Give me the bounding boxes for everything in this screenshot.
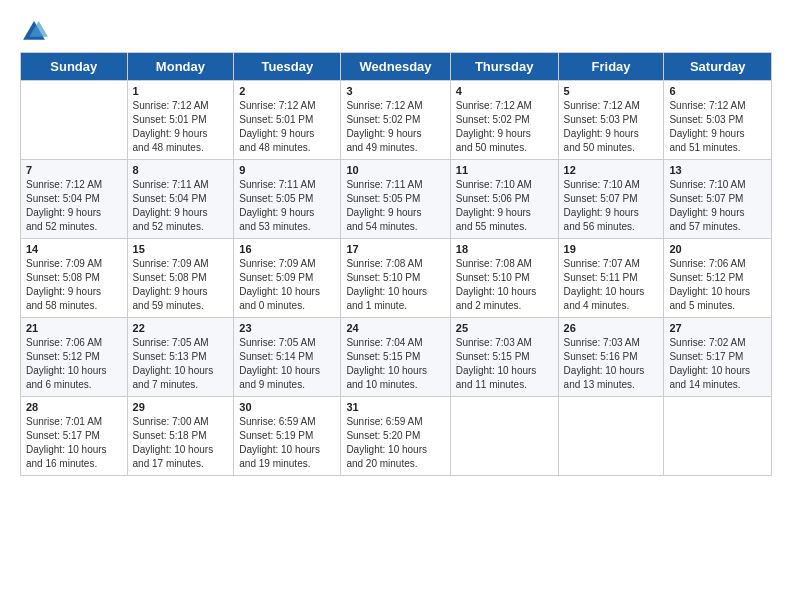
day-number: 17 — [346, 243, 444, 255]
day-info: Sunrise: 7:10 AM Sunset: 5:07 PM Dayligh… — [564, 178, 659, 234]
day-number: 5 — [564, 85, 659, 97]
weekday-header-cell: Tuesday — [234, 53, 341, 81]
calendar-week-row: 28Sunrise: 7:01 AM Sunset: 5:17 PM Dayli… — [21, 397, 772, 476]
calendar-day-cell: 26Sunrise: 7:03 AM Sunset: 5:16 PM Dayli… — [558, 318, 664, 397]
calendar-body: 1Sunrise: 7:12 AM Sunset: 5:01 PM Daylig… — [21, 81, 772, 476]
day-number: 23 — [239, 322, 335, 334]
day-info: Sunrise: 7:09 AM Sunset: 5:09 PM Dayligh… — [239, 257, 335, 313]
day-number: 2 — [239, 85, 335, 97]
logo-icon — [20, 18, 48, 46]
calendar-week-row: 21Sunrise: 7:06 AM Sunset: 5:12 PM Dayli… — [21, 318, 772, 397]
day-info: Sunrise: 6:59 AM Sunset: 5:20 PM Dayligh… — [346, 415, 444, 471]
calendar-day-cell: 12Sunrise: 7:10 AM Sunset: 5:07 PM Dayli… — [558, 160, 664, 239]
calendar-day-cell: 18Sunrise: 7:08 AM Sunset: 5:10 PM Dayli… — [450, 239, 558, 318]
day-info: Sunrise: 7:02 AM Sunset: 5:17 PM Dayligh… — [669, 336, 766, 392]
day-info: Sunrise: 7:09 AM Sunset: 5:08 PM Dayligh… — [133, 257, 229, 313]
day-info: Sunrise: 7:11 AM Sunset: 5:04 PM Dayligh… — [133, 178, 229, 234]
day-info: Sunrise: 6:59 AM Sunset: 5:19 PM Dayligh… — [239, 415, 335, 471]
day-info: Sunrise: 7:09 AM Sunset: 5:08 PM Dayligh… — [26, 257, 122, 313]
day-number: 3 — [346, 85, 444, 97]
calendar-day-cell — [664, 397, 772, 476]
day-number: 30 — [239, 401, 335, 413]
day-number: 1 — [133, 85, 229, 97]
day-number: 24 — [346, 322, 444, 334]
calendar-day-cell: 3Sunrise: 7:12 AM Sunset: 5:02 PM Daylig… — [341, 81, 450, 160]
calendar-day-cell: 13Sunrise: 7:10 AM Sunset: 5:07 PM Dayli… — [664, 160, 772, 239]
calendar-day-cell — [21, 81, 128, 160]
logo — [20, 18, 52, 46]
calendar-day-cell: 28Sunrise: 7:01 AM Sunset: 5:17 PM Dayli… — [21, 397, 128, 476]
calendar-day-cell: 5Sunrise: 7:12 AM Sunset: 5:03 PM Daylig… — [558, 81, 664, 160]
calendar-day-cell: 24Sunrise: 7:04 AM Sunset: 5:15 PM Dayli… — [341, 318, 450, 397]
day-number: 20 — [669, 243, 766, 255]
day-number: 13 — [669, 164, 766, 176]
day-number: 11 — [456, 164, 553, 176]
day-number: 8 — [133, 164, 229, 176]
day-number: 25 — [456, 322, 553, 334]
weekday-header-row: SundayMondayTuesdayWednesdayThursdayFrid… — [21, 53, 772, 81]
day-number: 4 — [456, 85, 553, 97]
day-number: 18 — [456, 243, 553, 255]
calendar-day-cell: 10Sunrise: 7:11 AM Sunset: 5:05 PM Dayli… — [341, 160, 450, 239]
calendar-day-cell: 16Sunrise: 7:09 AM Sunset: 5:09 PM Dayli… — [234, 239, 341, 318]
day-info: Sunrise: 7:04 AM Sunset: 5:15 PM Dayligh… — [346, 336, 444, 392]
day-number: 16 — [239, 243, 335, 255]
calendar-day-cell: 14Sunrise: 7:09 AM Sunset: 5:08 PM Dayli… — [21, 239, 128, 318]
calendar-day-cell: 25Sunrise: 7:03 AM Sunset: 5:15 PM Dayli… — [450, 318, 558, 397]
calendar-day-cell: 22Sunrise: 7:05 AM Sunset: 5:13 PM Dayli… — [127, 318, 234, 397]
day-info: Sunrise: 7:05 AM Sunset: 5:13 PM Dayligh… — [133, 336, 229, 392]
calendar-day-cell: 11Sunrise: 7:10 AM Sunset: 5:06 PM Dayli… — [450, 160, 558, 239]
calendar-day-cell: 23Sunrise: 7:05 AM Sunset: 5:14 PM Dayli… — [234, 318, 341, 397]
calendar-day-cell: 2Sunrise: 7:12 AM Sunset: 5:01 PM Daylig… — [234, 81, 341, 160]
calendar-day-cell: 1Sunrise: 7:12 AM Sunset: 5:01 PM Daylig… — [127, 81, 234, 160]
calendar-day-cell: 21Sunrise: 7:06 AM Sunset: 5:12 PM Dayli… — [21, 318, 128, 397]
day-number: 27 — [669, 322, 766, 334]
page-header — [20, 10, 772, 46]
calendar-week-row: 1Sunrise: 7:12 AM Sunset: 5:01 PM Daylig… — [21, 81, 772, 160]
calendar-day-cell: 20Sunrise: 7:06 AM Sunset: 5:12 PM Dayli… — [664, 239, 772, 318]
day-number: 9 — [239, 164, 335, 176]
day-info: Sunrise: 7:03 AM Sunset: 5:15 PM Dayligh… — [456, 336, 553, 392]
day-info: Sunrise: 7:12 AM Sunset: 5:03 PM Dayligh… — [564, 99, 659, 155]
day-info: Sunrise: 7:05 AM Sunset: 5:14 PM Dayligh… — [239, 336, 335, 392]
day-number: 14 — [26, 243, 122, 255]
day-number: 7 — [26, 164, 122, 176]
day-number: 31 — [346, 401, 444, 413]
calendar-day-cell: 17Sunrise: 7:08 AM Sunset: 5:10 PM Dayli… — [341, 239, 450, 318]
calendar-day-cell: 31Sunrise: 6:59 AM Sunset: 5:20 PM Dayli… — [341, 397, 450, 476]
calendar-day-cell: 7Sunrise: 7:12 AM Sunset: 5:04 PM Daylig… — [21, 160, 128, 239]
day-info: Sunrise: 7:03 AM Sunset: 5:16 PM Dayligh… — [564, 336, 659, 392]
calendar-day-cell: 15Sunrise: 7:09 AM Sunset: 5:08 PM Dayli… — [127, 239, 234, 318]
day-number: 6 — [669, 85, 766, 97]
day-info: Sunrise: 7:12 AM Sunset: 5:01 PM Dayligh… — [133, 99, 229, 155]
day-info: Sunrise: 7:08 AM Sunset: 5:10 PM Dayligh… — [456, 257, 553, 313]
day-info: Sunrise: 7:01 AM Sunset: 5:17 PM Dayligh… — [26, 415, 122, 471]
day-info: Sunrise: 7:12 AM Sunset: 5:02 PM Dayligh… — [346, 99, 444, 155]
calendar-day-cell — [558, 397, 664, 476]
day-info: Sunrise: 7:11 AM Sunset: 5:05 PM Dayligh… — [346, 178, 444, 234]
weekday-header-cell: Saturday — [664, 53, 772, 81]
calendar-day-cell — [450, 397, 558, 476]
calendar-day-cell: 4Sunrise: 7:12 AM Sunset: 5:02 PM Daylig… — [450, 81, 558, 160]
day-info: Sunrise: 7:12 AM Sunset: 5:01 PM Dayligh… — [239, 99, 335, 155]
day-info: Sunrise: 7:00 AM Sunset: 5:18 PM Dayligh… — [133, 415, 229, 471]
day-info: Sunrise: 7:10 AM Sunset: 5:07 PM Dayligh… — [669, 178, 766, 234]
weekday-header-cell: Thursday — [450, 53, 558, 81]
weekday-header-cell: Monday — [127, 53, 234, 81]
weekday-header-cell: Friday — [558, 53, 664, 81]
calendar-day-cell: 6Sunrise: 7:12 AM Sunset: 5:03 PM Daylig… — [664, 81, 772, 160]
day-info: Sunrise: 7:06 AM Sunset: 5:12 PM Dayligh… — [669, 257, 766, 313]
day-info: Sunrise: 7:11 AM Sunset: 5:05 PM Dayligh… — [239, 178, 335, 234]
calendar-week-row: 14Sunrise: 7:09 AM Sunset: 5:08 PM Dayli… — [21, 239, 772, 318]
day-number: 29 — [133, 401, 229, 413]
day-info: Sunrise: 7:10 AM Sunset: 5:06 PM Dayligh… — [456, 178, 553, 234]
day-info: Sunrise: 7:08 AM Sunset: 5:10 PM Dayligh… — [346, 257, 444, 313]
calendar-day-cell: 9Sunrise: 7:11 AM Sunset: 5:05 PM Daylig… — [234, 160, 341, 239]
weekday-header-cell: Sunday — [21, 53, 128, 81]
day-info: Sunrise: 7:07 AM Sunset: 5:11 PM Dayligh… — [564, 257, 659, 313]
day-number: 28 — [26, 401, 122, 413]
day-info: Sunrise: 7:12 AM Sunset: 5:03 PM Dayligh… — [669, 99, 766, 155]
day-info: Sunrise: 7:06 AM Sunset: 5:12 PM Dayligh… — [26, 336, 122, 392]
day-number: 21 — [26, 322, 122, 334]
day-number: 12 — [564, 164, 659, 176]
